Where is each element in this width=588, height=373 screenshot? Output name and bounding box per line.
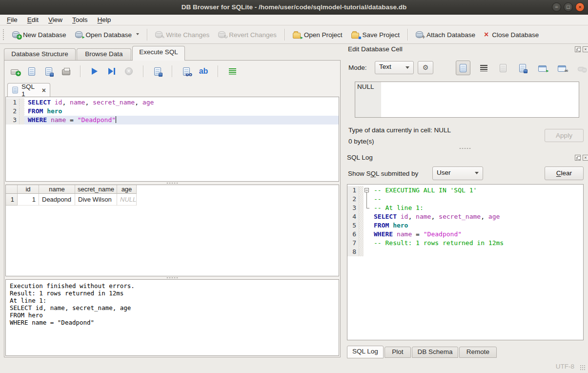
open-in-external-button[interactable]: ▸ (536, 61, 548, 75)
attach-database-button[interactable]: +Attach Database (411, 28, 480, 41)
dock-splitter[interactable] (345, 147, 586, 150)
column-header-name[interactable]: name (39, 185, 75, 194)
bottom-tab-sql-log[interactable]: SQL Log (347, 346, 384, 358)
menu-file[interactable]: File (2, 15, 22, 24)
find-replace-button[interactable]: ab (197, 64, 210, 78)
icon-badge: − (582, 67, 587, 73)
set-as-link-button[interactable]: ∞ (555, 61, 568, 75)
menu-view[interactable]: View (43, 15, 67, 24)
import-data-button[interactable] (497, 61, 509, 75)
new-database-button[interactable]: +New Database (8, 28, 71, 41)
execute-current-line-button[interactable] (105, 64, 118, 78)
log-filter-select[interactable]: User (432, 166, 483, 180)
fold-margin (359, 186, 364, 195)
fold-collapse-icon[interactable] (365, 188, 369, 192)
close-database-button[interactable]: ×Close Database (480, 28, 543, 41)
code-text: FROM hero (370, 221, 583, 230)
text-mode-button[interactable] (456, 61, 470, 75)
close-button[interactable]: × (575, 2, 585, 12)
table-cell[interactable]: Deadpond (39, 194, 75, 206)
app-window: { "colors": { "close_button": "#dd4814",… (0, 0, 588, 373)
mode-settings-button[interactable]: ⚙ (418, 61, 433, 74)
maximize-button[interactable]: □ (564, 2, 573, 12)
toolbar-button-label: Save Project (363, 31, 400, 39)
open-database-button[interactable]: ▸Open Database (71, 28, 144, 41)
icon-badge: ∞ (564, 68, 568, 73)
bottom-tab-db-schema[interactable]: DB Schema (412, 347, 458, 358)
fold-marker-column (364, 239, 370, 248)
open-sql-file-button[interactable] (25, 64, 38, 78)
cell-editor[interactable]: NULL (355, 82, 579, 118)
close-sql-tab-icon[interactable]: × (42, 86, 46, 94)
toolbar-button-label: Open Project (304, 31, 343, 39)
open-sql-tab-button[interactable]: + (8, 64, 21, 78)
open-project-button[interactable]: ▸Open Project (288, 28, 347, 41)
export-data-button[interactable] (516, 61, 529, 75)
toolbar-button-label: Open Database (86, 31, 132, 39)
cell-editor-margin: NULL (355, 82, 381, 117)
toolbar-separator (147, 29, 147, 41)
code-line: 1-- EXECUTING ALL IN 'SQL 1' (347, 186, 583, 195)
menu-tools[interactable]: Tools (67, 15, 93, 24)
token-tbl: hero (393, 222, 408, 229)
float-dock-icon[interactable] (575, 46, 581, 52)
export-results-button[interactable] (151, 64, 164, 78)
menu-help[interactable]: Help (93, 15, 116, 24)
save-project-button[interactable]: ▪Save Project (347, 28, 405, 41)
code-line: 5FROM hero (347, 221, 583, 230)
code-line: 3WHERE name = "Deadpond" (6, 116, 339, 124)
table-cell[interactable]: 1 (18, 194, 39, 206)
line-number: 1 (347, 186, 359, 195)
execution-message-box[interactable]: Execution finished without errors.Result… (5, 279, 339, 356)
line-number: 7 (347, 239, 359, 248)
row-number-cell[interactable]: 1 (6, 194, 18, 206)
apply-button[interactable]: Apply (545, 129, 584, 142)
stop-button[interactable]: × (122, 64, 135, 78)
results-corner-header[interactable] (6, 185, 18, 194)
close-dock-icon[interactable]: × (583, 46, 588, 52)
icon-badge: ▸ (301, 35, 303, 40)
token-id: age (142, 99, 154, 106)
column-header-id[interactable]: id (18, 185, 39, 194)
close-dock-icon[interactable]: × (583, 155, 588, 161)
column-header-secret_name[interactable]: secret_name (75, 185, 117, 194)
bottom-tab-label: Remote (466, 348, 489, 355)
cell-mode-select[interactable]: Text (375, 61, 414, 74)
set-null-button[interactable]: − (575, 61, 588, 75)
table-cell[interactable]: NULL (117, 194, 137, 206)
tab-execute-sql[interactable]: Execute SQL (132, 46, 185, 61)
token-kw: SELECT (374, 213, 397, 220)
token-id: name (70, 99, 85, 106)
tab-database-structure[interactable]: Database Structure (4, 48, 76, 60)
clear-log-button[interactable]: Clear (545, 166, 584, 180)
minimize-button[interactable]: − (552, 2, 561, 12)
column-header-age[interactable]: age (117, 185, 137, 194)
save-sql-file-button[interactable] (42, 64, 55, 78)
bottom-tab-plot[interactable]: Plot (385, 347, 411, 358)
fold-margin (359, 204, 364, 212)
revert-changes-button[interactable]: ↻Revert Changes (214, 28, 281, 41)
float-dock-icon[interactable] (575, 155, 581, 161)
code-text: SELECT id, name, secret_name, age (24, 98, 339, 107)
code-text: FROM hero (24, 107, 339, 116)
main-toolbar: +New Database▸Open Database✎Write Change… (0, 26, 588, 44)
print-button[interactable] (60, 64, 72, 78)
word-wrap-button[interactable] (477, 61, 490, 75)
sql-editor[interactable]: 1SELECT id, name, secret_name, age2FROM … (5, 97, 339, 182)
token-kw: FROM (374, 222, 389, 229)
table-cell[interactable]: Dive Wilson (75, 194, 117, 206)
toolbar-handle[interactable] (3, 29, 5, 40)
sql-log-view[interactable]: 1-- EXECUTING ALL IN 'SQL 1'2--3-- At li… (347, 184, 584, 340)
find-button[interactable]: oo (180, 64, 193, 78)
menu-edit[interactable]: Edit (22, 15, 43, 24)
execute-all-button[interactable] (88, 64, 101, 78)
sql-document-tab[interactable]: SQL 1 × (7, 83, 50, 97)
bottom-tab-remote[interactable]: Remote (459, 347, 497, 358)
resize-grip[interactable] (580, 365, 586, 371)
fold-marker-column (364, 195, 370, 204)
tab-browse-data[interactable]: Browse Data (77, 48, 131, 60)
write-changes-button[interactable]: ✎Write Changes (151, 28, 214, 41)
auto-format-button[interactable] (226, 64, 239, 78)
fold-margin (359, 248, 364, 256)
token-pl: , (85, 99, 93, 106)
